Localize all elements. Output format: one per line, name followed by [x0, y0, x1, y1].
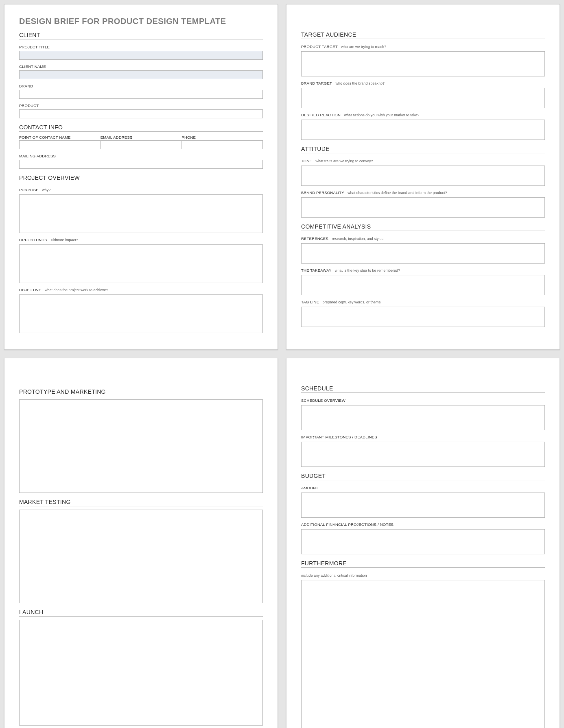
textarea-amount[interactable] [301, 493, 545, 518]
label-product-target: PRODUCT TARGET [301, 44, 338, 49]
section-client: CLIENT [19, 32, 263, 39]
hint-takeaway: what is the key idea to be remembered? [335, 268, 400, 272]
label-brand-target: BRAND TARGET [301, 81, 332, 85]
section-furthermore: FURTHERMORE [301, 560, 545, 568]
label-references: REFERENCES [301, 236, 328, 241]
label-milestones: IMPORTANT MILESTONES / DEADLINES [301, 435, 377, 439]
label-tagline: TAG LINE [301, 300, 319, 304]
page-4: SCHEDULE SCHEDULE OVERVIEW IMPORTANT MIL… [286, 358, 560, 728]
textarea-prototype-marketing[interactable] [19, 399, 263, 493]
hint-tone: what traits are we trying to convey? [315, 159, 373, 163]
page-1: DESIGN BRIEF FOR PRODUCT DESIGN TEMPLATE… [4, 4, 278, 350]
label-project-title: PROJECT TITLE [19, 45, 50, 49]
label-phone: PHONE [181, 135, 263, 139]
section-attitude: ATTITUDE [301, 146, 545, 153]
label-amount: AMOUNT [301, 486, 318, 490]
input-phone[interactable] [181, 140, 263, 149]
label-opportunity: OPPORTUNITY [19, 238, 48, 242]
hint-desired-reaction: what actions do you wish your market to … [344, 113, 420, 117]
input-brand[interactable] [19, 90, 263, 99]
hint-purpose: why? [42, 188, 50, 192]
hint-furthermore: include any additional critical informat… [301, 573, 367, 578]
label-desired-reaction: DESIRED REACTION [301, 113, 341, 117]
section-contact-info: CONTACT INFO [19, 124, 263, 132]
section-schedule: SCHEDULE [301, 385, 545, 393]
label-mailing: MAILING ADDRESS [19, 154, 56, 158]
textarea-milestones[interactable] [301, 442, 545, 467]
section-launch: LAUNCH [19, 609, 263, 617]
section-market-testing: MARKET TESTING [19, 499, 263, 506]
section-prototype-marketing: PROTOTYPE AND MARKETING [19, 388, 263, 396]
input-project-title[interactable] [19, 51, 263, 60]
hint-tagline: prepared copy, key words, or theme [323, 300, 381, 304]
textarea-additional-financial[interactable] [301, 529, 545, 554]
page-3: PROTOTYPE AND MARKETING MARKET TESTING L… [4, 358, 278, 728]
input-product[interactable] [19, 109, 263, 118]
section-competitive-analysis: COMPETITIVE ANALYSIS [301, 223, 545, 231]
hint-brand-personality: what characteristics define the brand an… [348, 191, 447, 195]
textarea-launch[interactable] [19, 620, 263, 726]
label-schedule-overview: SCHEDULE OVERVIEW [301, 398, 345, 403]
hint-objective: what does the project work to achieve? [45, 288, 108, 292]
input-client-name[interactable] [19, 70, 263, 79]
hint-references: research, inspiration, and styles [332, 237, 383, 241]
label-takeaway: THE TAKEAWAY [301, 268, 332, 272]
textarea-product-target[interactable] [301, 51, 545, 76]
label-product: PRODUCT [19, 103, 39, 108]
label-tone: TONE [301, 159, 312, 163]
textarea-purpose[interactable] [19, 194, 263, 233]
textarea-brand-target[interactable] [301, 88, 545, 108]
input-email[interactable] [101, 140, 182, 149]
label-brand-personality: BRAND PERSONALITY [301, 190, 344, 195]
hint-opportunity: ultimate impact? [51, 238, 78, 242]
label-client-name: CLIENT NAME [19, 64, 46, 69]
textarea-references[interactable] [301, 243, 545, 264]
textarea-takeaway[interactable] [301, 275, 545, 295]
hint-brand-target: who does the brand speak to? [335, 81, 385, 85]
textarea-tagline[interactable] [301, 307, 545, 327]
label-email: EMAIL ADDRESS [101, 135, 182, 139]
label-purpose: PURPOSE [19, 187, 39, 192]
textarea-market-testing[interactable] [19, 510, 263, 603]
label-objective: OBJECTIVE [19, 288, 42, 292]
textarea-furthermore[interactable] [301, 580, 545, 728]
section-budget: BUDGET [301, 473, 545, 480]
textarea-objective[interactable] [19, 294, 263, 333]
label-brand: BRAND [19, 84, 33, 88]
textarea-opportunity[interactable] [19, 244, 263, 283]
textarea-desired-reaction[interactable] [301, 120, 545, 140]
label-poc-name: POINT OF CONTACT NAME [19, 135, 101, 139]
hint-product-target: who are we trying to reach? [341, 45, 386, 49]
input-mailing[interactable] [19, 160, 263, 169]
textarea-brand-personality[interactable] [301, 197, 545, 218]
textarea-tone[interactable] [301, 166, 545, 186]
document-title: DESIGN BRIEF FOR PRODUCT DESIGN TEMPLATE [19, 17, 263, 26]
textarea-schedule-overview[interactable] [301, 405, 545, 430]
label-additional-financial: ADDITIONAL FINANCIAL PROJECTIONS / NOTES [301, 522, 393, 527]
input-poc-name[interactable] [19, 140, 101, 149]
page-2: TARGET AUDIENCE PRODUCT TARGET who are w… [286, 4, 560, 350]
section-project-overview: PROJECT OVERVIEW [19, 174, 263, 182]
section-target-audience: TARGET AUDIENCE [301, 31, 545, 39]
